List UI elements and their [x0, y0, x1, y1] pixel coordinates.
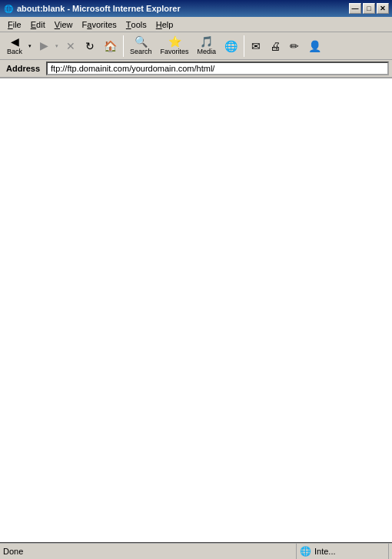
forward-dropdown-arrow[interactable]: ▾	[53, 34, 61, 58]
menu-edit[interactable]: Edit	[26, 18, 50, 32]
menu-view[interactable]: View	[50, 18, 78, 32]
back-icon: ◀	[11, 36, 19, 47]
search-button[interactable]: 🔍 Search	[126, 34, 156, 58]
title-bar: 🌐 about:blank - Microsoft Internet Explo…	[0, 0, 392, 17]
menu-favorites[interactable]: Favorites	[78, 18, 121, 32]
address-input[interactable]	[46, 62, 389, 75]
forward-button[interactable]: ▶	[35, 34, 53, 58]
menu-bar: File Edit View Favorites Tools Help	[0, 17, 392, 32]
separator-1	[123, 35, 124, 57]
search-label: Search	[130, 48, 152, 55]
status-bar: Done 🌐 Inte...	[0, 542, 392, 559]
home-button[interactable]: 🏠	[100, 34, 121, 58]
favorites-button[interactable]: ⭐ Favorites	[157, 34, 193, 58]
status-text: Done	[3, 544, 297, 559]
mail-button[interactable]: ✉	[247, 34, 265, 58]
zone-icon: 🌐	[300, 546, 311, 557]
zone-text: Inte...	[314, 547, 336, 556]
maximize-button[interactable]: □	[363, 3, 375, 14]
history-icon: 🌐	[224, 41, 238, 52]
discuss-button[interactable]: 👤	[304, 34, 325, 58]
window-controls: — □ ✕	[349, 3, 389, 14]
forward-button-group: ▶ ▾	[35, 34, 61, 58]
menu-file[interactable]: File	[3, 18, 26, 32]
favorites-label: Favorites	[161, 48, 189, 55]
forward-icon: ▶	[40, 40, 48, 51]
stop-icon: ✕	[66, 41, 75, 52]
media-icon: 🎵	[200, 36, 213, 47]
minimize-button[interactable]: —	[349, 3, 361, 14]
address-label: Address	[3, 64, 43, 73]
close-button[interactable]: ✕	[377, 3, 389, 14]
media-button[interactable]: 🎵 Media	[194, 34, 221, 58]
back-button-group: ◀ Back ▾	[3, 34, 34, 58]
back-label: Back	[7, 48, 22, 55]
edit-button[interactable]: ✏	[285, 34, 304, 58]
back-dropdown-arrow[interactable]: ▾	[26, 34, 34, 58]
edit-icon: ✏	[290, 41, 299, 52]
media-label: Media	[198, 48, 217, 55]
home-icon: 🏠	[104, 41, 117, 52]
content-area	[0, 78, 392, 542]
stop-button[interactable]: ✕	[61, 34, 80, 58]
window-title: about:blank - Microsoft Internet Explore…	[17, 4, 349, 13]
history-button[interactable]: 🌐	[221, 34, 241, 58]
refresh-icon: ↻	[85, 41, 95, 52]
print-button[interactable]: 🖨	[266, 34, 284, 58]
status-zone: 🌐 Inte...	[297, 544, 389, 559]
search-icon: 🔍	[135, 36, 148, 47]
refresh-button[interactable]: ↻	[81, 34, 99, 58]
print-icon: 🖨	[270, 41, 281, 52]
toolbar: ◀ Back ▾ ▶ ▾ ✕ ↻ 🏠 🔍 Search ⭐ Favorites …	[0, 32, 392, 60]
discuss-icon: 👤	[308, 41, 321, 52]
menu-help[interactable]: Help	[151, 18, 178, 32]
separator-2	[244, 35, 244, 57]
address-bar: Address	[0, 60, 392, 78]
window-icon: 🌐	[3, 3, 14, 14]
favorites-icon: ⭐	[168, 36, 181, 47]
mail-icon: ✉	[251, 41, 261, 52]
menu-tools[interactable]: Tools	[121, 18, 151, 32]
back-button[interactable]: ◀ Back	[3, 34, 26, 58]
